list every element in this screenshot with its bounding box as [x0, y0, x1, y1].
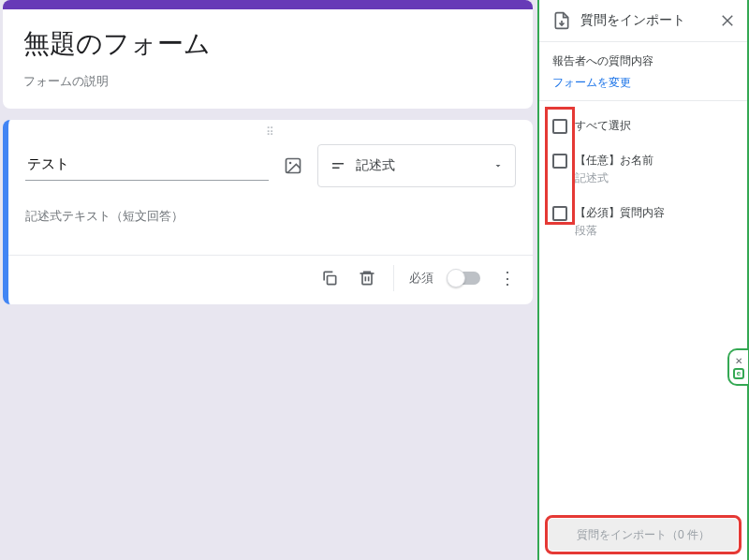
import-panel: 質問をインポート 報告者への質問内容 フォームを変更 すべて選択 【任意】お名前… — [537, 0, 749, 560]
change-form-link[interactable]: フォームを変更 — [552, 75, 734, 91]
select-all-checkbox[interactable] — [552, 119, 567, 134]
answer-placeholder: 記述式テキスト（短文回答） — [25, 208, 516, 225]
duplicate-icon[interactable] — [318, 267, 341, 289]
select-all-row[interactable]: すべて選択 — [547, 112, 740, 147]
svg-rect-5 — [362, 273, 372, 285]
question-type-label: 記述式 — [356, 157, 395, 174]
import-source-label: 報告者への質問内容 — [552, 53, 734, 69]
more-options-icon[interactable]: ⋮ — [495, 268, 520, 288]
import-item[interactable]: 【任意】お名前 記述式 — [547, 147, 740, 199]
import-panel-title: 質問をインポート — [580, 12, 710, 29]
chevron-down-icon — [492, 160, 504, 171]
form-header-card: 無題のフォーム フォームの説明 — [3, 0, 533, 109]
form-description[interactable]: フォームの説明 — [23, 73, 512, 90]
required-toggle[interactable] — [448, 272, 480, 285]
import-item-subtype: 段落 — [575, 223, 665, 239]
add-image-icon[interactable] — [282, 155, 304, 177]
delete-icon[interactable] — [356, 267, 378, 289]
import-file-icon — [552, 11, 571, 30]
close-icon[interactable] — [719, 12, 736, 29]
import-item-subtype: 記述式 — [575, 170, 654, 186]
badge-logo-icon: e — [733, 368, 744, 379]
import-item-title: 【必須】質問内容 — [575, 205, 665, 221]
form-title[interactable]: 無題のフォーム — [23, 26, 512, 62]
badge-close-icon[interactable]: ✕ — [735, 356, 742, 366]
question-title-input[interactable] — [25, 151, 269, 181]
import-button[interactable]: 質問をインポート（0 件） — [549, 519, 738, 551]
import-item-title: 【任意】お名前 — [575, 153, 654, 169]
question-type-select[interactable]: 記述式 — [317, 144, 516, 187]
question-card: ⠿ 記述式 記述式テキスト（短文回答） — [3, 120, 533, 304]
divider — [393, 265, 394, 291]
short-text-icon — [330, 157, 346, 174]
import-item-checkbox[interactable] — [552, 154, 567, 169]
import-question-list: すべて選択 【任意】お名前 記述式 【必須】質問内容 段落 — [539, 101, 747, 263]
import-item-checkbox[interactable] — [552, 206, 567, 221]
drag-handle-icon[interactable]: ⠿ — [266, 125, 275, 139]
import-item[interactable]: 【必須】質問内容 段落 — [547, 199, 740, 252]
question-footer: 必須 ⋮ — [8, 255, 533, 295]
float-badge[interactable]: ✕ e — [727, 348, 748, 386]
svg-point-1 — [289, 162, 292, 165]
select-all-label: すべて選択 — [575, 118, 631, 134]
svg-rect-4 — [328, 276, 336, 285]
required-label: 必須 — [409, 270, 433, 287]
